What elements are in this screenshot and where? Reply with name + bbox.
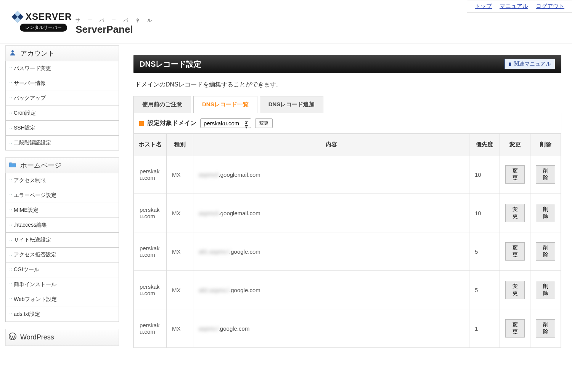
- bullet-icon: ∷: [10, 238, 12, 242]
- bullet-icon: ∷: [10, 81, 12, 86]
- table-row: perskaku.comMXalt2.aspmx.l.google.com5変更…: [134, 271, 561, 309]
- svg-point-0: [11, 50, 14, 53]
- bullet-icon: ∷: [10, 96, 12, 101]
- cell-host: perskaku.com: [134, 309, 167, 348]
- bullet-icon: ∷: [10, 297, 12, 302]
- cell-type: MX: [167, 309, 193, 348]
- cell-host: perskaku.com: [134, 232, 167, 271]
- tabs: 使用前のご注意 DNSレコード一覧 DNSレコード追加: [133, 96, 561, 113]
- cell-host: perskaku.com: [134, 271, 167, 309]
- bullet-icon: ∷: [10, 282, 12, 287]
- folder-icon: [8, 161, 17, 170]
- brand-name: XSERVER: [26, 11, 72, 22]
- sidebar-item[interactable]: ∷パスワード変更: [6, 61, 119, 76]
- brand-badge: レンタルサーバー: [20, 24, 67, 32]
- tab-dns-list[interactable]: DNSレコード一覧: [193, 96, 257, 113]
- tab-caution[interactable]: 使用前のご注意: [133, 96, 191, 113]
- sidebar-item[interactable]: ∷サーバー情報: [6, 76, 119, 91]
- cell-type: MX: [167, 232, 193, 271]
- table-row: perskaku.comMXalt1.aspmx.l.google.com5変更…: [134, 232, 561, 271]
- sidebar-item[interactable]: ∷アクセス拒否設定: [6, 247, 119, 262]
- table-row: perskaku.comMXaspmx.l.google.com1変更削除: [134, 309, 561, 348]
- square-icon: [139, 121, 144, 126]
- table-row: perskaku.comMXaspmx2.googlemail.com10変更削…: [134, 155, 561, 194]
- th-content: 内容: [193, 134, 469, 155]
- top-links: トップ マニュアル ログアウト: [467, 0, 572, 13]
- panel-sup: サ ー バ ー パ ネ ル: [76, 17, 155, 24]
- edit-button[interactable]: 変更: [505, 281, 525, 299]
- sidebar-item[interactable]: ∷アクセス制限: [6, 173, 119, 188]
- th-delete: 削除: [530, 134, 561, 155]
- bullet-icon: ∷: [10, 178, 12, 183]
- delete-button[interactable]: 削除: [536, 319, 555, 338]
- sidebar-item[interactable]: ∷ads.txt設定: [6, 307, 119, 322]
- tab-dns-add[interactable]: DNSレコード追加: [260, 96, 324, 113]
- sidebar-heading-account: アカウント: [5, 45, 119, 61]
- cell-type: MX: [167, 194, 193, 232]
- edit-button[interactable]: 変更: [505, 165, 525, 184]
- cell-host: perskaku.com: [134, 155, 167, 194]
- sidebar-item[interactable]: ∷.htaccess編集: [6, 218, 119, 232]
- sidebar-heading-label: WordPress: [20, 333, 54, 341]
- sidebar-item[interactable]: ∷SSH設定: [6, 120, 119, 135]
- edit-button[interactable]: 変更: [505, 319, 525, 338]
- sidebar-item[interactable]: ∷サイト転送設定: [6, 232, 119, 247]
- bullet-icon: ∷: [10, 267, 12, 272]
- sidebar-heading-wordpress: WordPress: [5, 329, 119, 346]
- bullet-icon: ∷: [10, 141, 12, 145]
- domain-label: 設定対象ドメイン: [148, 119, 196, 127]
- th-edit: 変更: [500, 134, 530, 155]
- edit-button[interactable]: 変更: [505, 204, 525, 222]
- sidebar-item[interactable]: ∷エラーページ設定: [6, 188, 119, 203]
- sidebar-item[interactable]: ∷バックアップ: [6, 91, 119, 106]
- edit-button[interactable]: 変更: [505, 242, 525, 261]
- bullet-icon: ∷: [10, 111, 12, 115]
- bullet-icon: ∷: [10, 312, 12, 317]
- cell-content: aspmx3.googlemail.com: [193, 194, 469, 232]
- domain-change-button[interactable]: 変更: [255, 118, 273, 128]
- bullet-icon: ∷: [10, 223, 12, 227]
- page-title: DNSレコード設定: [140, 59, 201, 69]
- delete-button[interactable]: 削除: [536, 204, 555, 222]
- sidebar-item[interactable]: ∷MIME設定: [6, 203, 119, 218]
- cell-priority: 10: [469, 194, 500, 232]
- cell-type: MX: [167, 155, 193, 194]
- sidebar-item[interactable]: ∷CGIツール: [6, 262, 119, 277]
- logo-icon: [11, 11, 23, 22]
- domain-select[interactable]: perskaku.com: [200, 118, 251, 128]
- chevron-updown-icon: ▴▾: [245, 120, 247, 130]
- sidebar-heading-homepage: ホームページ: [5, 157, 119, 173]
- th-host: ホスト名: [134, 134, 167, 155]
- domain-selector-row: 設定対象ドメイン perskaku.com ▴▾ 変更: [134, 113, 561, 134]
- manual-btn-label: 関連マニュアル: [514, 61, 551, 67]
- cell-host: perskaku.com: [134, 194, 167, 232]
- cell-type: MX: [167, 271, 193, 309]
- sidebar-item[interactable]: ∷Webフォント設定: [6, 292, 119, 307]
- dns-table: ホスト名 種別 内容 優先度 変更 削除 perskaku.comMXaspmx…: [134, 134, 561, 348]
- link-manual[interactable]: マニュアル: [500, 3, 528, 10]
- sidebar-heading-label: アカウント: [20, 49, 55, 58]
- sidebar-item[interactable]: ∷Cron設定: [6, 106, 119, 120]
- main: DNSレコード設定 関連マニュアル ドメインのDNSレコードを編集することができ…: [123, 43, 572, 357]
- th-priority: 優先度: [469, 134, 500, 155]
- delete-button[interactable]: 削除: [536, 281, 555, 299]
- page-title-bar: DNSレコード設定 関連マニュアル: [133, 55, 561, 73]
- cell-content: aspmx2.googlemail.com: [193, 155, 469, 194]
- delete-button[interactable]: 削除: [536, 242, 555, 261]
- cell-priority: 1: [469, 309, 500, 348]
- panel-title: ServerPanel: [76, 24, 155, 35]
- bullet-icon: ∷: [10, 66, 12, 71]
- related-manual-button[interactable]: 関連マニュアル: [505, 59, 555, 69]
- delete-button[interactable]: 削除: [536, 165, 555, 184]
- bullet-icon: ∷: [10, 208, 12, 213]
- link-logout[interactable]: ログアウト: [536, 3, 564, 10]
- bullet-icon: ∷: [10, 126, 12, 130]
- sidebar-item[interactable]: ∷二段階認証設定: [6, 135, 119, 150]
- link-top[interactable]: トップ: [475, 3, 492, 10]
- th-type: 種別: [167, 134, 193, 155]
- bullet-icon: ∷: [10, 253, 12, 257]
- cell-content: alt1.aspmx.l.google.com: [193, 232, 469, 271]
- sidebar-item[interactable]: ∷簡単インストール: [6, 277, 119, 292]
- sidebar-heading-label: ホームページ: [20, 161, 61, 170]
- table-row: perskaku.comMXaspmx3.googlemail.com10変更削…: [134, 194, 561, 232]
